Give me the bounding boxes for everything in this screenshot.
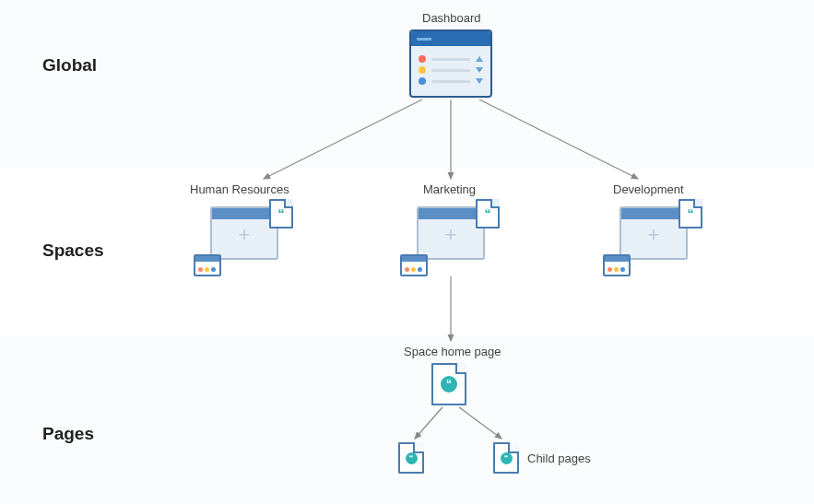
page-icon-child-right: “ — [493, 442, 519, 474]
page-label-child: Child pages — [527, 451, 591, 465]
dashboard-label: Dashboard — [422, 11, 481, 25]
space-label-hr: Human Resources — [190, 182, 289, 196]
dashboard-icon — [409, 29, 492, 98]
space-label-marketing: Marketing — [423, 182, 476, 196]
tier-label-global: Global — [42, 55, 97, 76]
page-icon-child-left: “ — [398, 442, 424, 474]
space-icon-marketing: + “ — [404, 201, 496, 273]
tier-label-spaces: Spaces — [42, 240, 104, 261]
tier-label-pages: Pages — [42, 424, 94, 444]
tier-pages: Pages — [0, 336, 814, 504]
space-label-development: Development — [613, 182, 684, 196]
space-icon-hr: + “ — [197, 201, 289, 273]
page-label-home: Space home page — [404, 345, 501, 358]
page-icon-home: “ — [431, 363, 466, 405]
tier-global: Global — [0, 0, 814, 169]
space-icon-development: + “ — [607, 201, 699, 273]
